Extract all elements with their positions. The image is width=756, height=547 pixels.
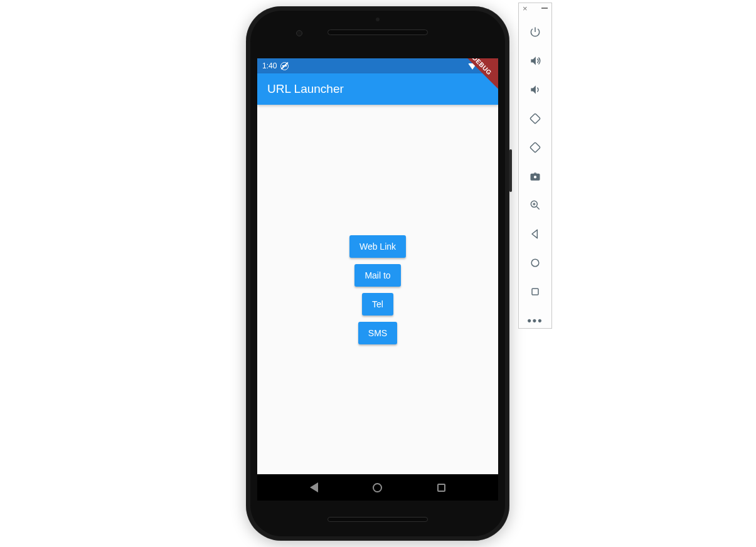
nav-home-button[interactable] <box>373 483 382 492</box>
status-bar-left: 1:40 <box>262 61 289 70</box>
tel-button[interactable]: Tel <box>362 293 393 316</box>
phone-earpiece <box>327 29 428 35</box>
do-not-disturb-icon <box>280 62 289 70</box>
phone-side-button <box>509 149 512 192</box>
power-icon[interactable] <box>528 24 543 40</box>
sms-button[interactable]: SMS <box>358 322 397 344</box>
home-icon[interactable] <box>528 255 543 270</box>
emulator-minimize-button[interactable] <box>541 8 548 9</box>
status-time: 1:40 <box>262 61 277 70</box>
android-nav-bar <box>257 474 498 501</box>
phone-bottom-speaker <box>327 517 428 522</box>
app-body: Web Link Mail to Tel SMS <box>257 105 498 474</box>
svg-rect-9 <box>532 289 538 295</box>
android-screen: 1:40 DEBUG URL Launcher Web Link Mail to <box>257 58 498 501</box>
emulator-toolbar-header: × <box>519 3 551 13</box>
zoom-icon[interactable] <box>528 198 543 213</box>
app-bar: URL Launcher <box>257 73 498 105</box>
phone-front-camera <box>296 30 302 36</box>
screenshot-icon[interactable] <box>528 169 543 184</box>
cell-signal-icon <box>479 63 486 69</box>
overview-icon[interactable] <box>528 284 543 299</box>
svg-point-3 <box>533 175 537 179</box>
more-icon[interactable]: ••• <box>528 313 543 328</box>
svg-line-5 <box>537 207 540 210</box>
app-bar-title: URL Launcher <box>267 82 344 96</box>
svg-rect-1 <box>530 142 540 152</box>
rotate-left-icon[interactable] <box>528 111 543 126</box>
web-link-button[interactable]: Web Link <box>349 235 406 258</box>
back-icon[interactable] <box>528 226 543 242</box>
status-bar: 1:40 <box>257 58 498 73</box>
emulator-toolbar: × •• <box>518 3 552 329</box>
emulator-close-button[interactable]: × <box>523 4 528 13</box>
volume-down-icon[interactable] <box>528 82 543 97</box>
phone-screen: 1:40 DEBUG URL Launcher Web Link Mail to <box>257 58 498 501</box>
volume-up-icon[interactable] <box>528 53 543 68</box>
emulator-toolbar-body: ••• <box>528 13 543 328</box>
svg-point-8 <box>531 259 539 267</box>
phone-sensor-dot <box>376 18 380 21</box>
wifi-icon <box>468 63 477 70</box>
battery-icon <box>488 62 493 70</box>
svg-rect-0 <box>530 114 540 124</box>
rotate-right-icon[interactable] <box>528 140 543 155</box>
nav-recent-button[interactable] <box>437 484 445 492</box>
mail-to-button[interactable]: Mail to <box>354 264 400 287</box>
phone-device-frame: 1:40 DEBUG URL Launcher Web Link Mail to <box>246 6 509 541</box>
status-bar-right <box>468 62 493 70</box>
nav-back-button[interactable] <box>310 482 318 492</box>
